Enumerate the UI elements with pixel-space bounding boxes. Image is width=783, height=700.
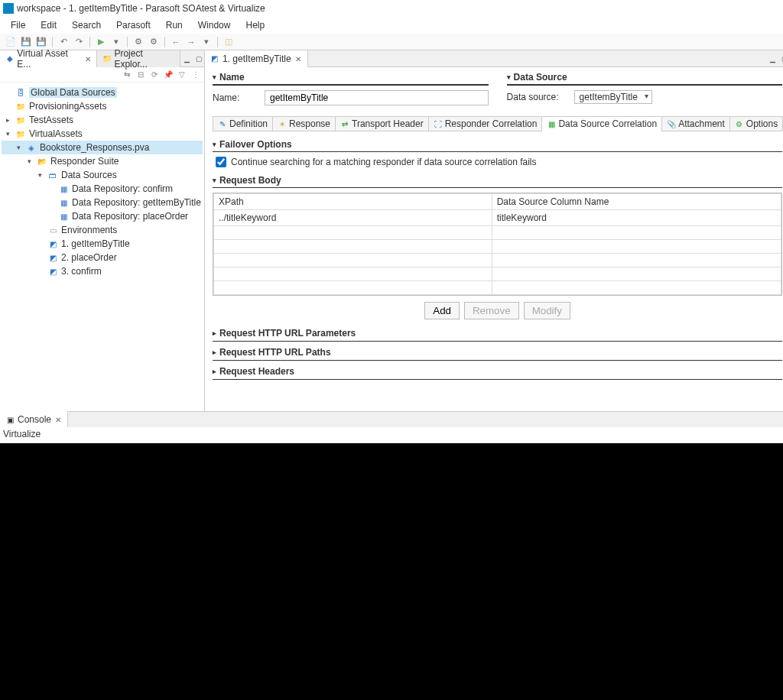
- tab-transport-header[interactable]: ⇄Transport Header: [335, 116, 429, 131]
- link-icon[interactable]: ⇆: [122, 70, 132, 80]
- menu-icon[interactable]: ⋮: [190, 70, 201, 80]
- tree-label: Data Sources: [61, 170, 117, 180]
- tool-icon-1[interactable]: ⚙: [132, 36, 145, 48]
- table-row[interactable]: [213, 267, 781, 281]
- dropdown-icon[interactable]: ▾: [110, 36, 122, 48]
- table-row[interactable]: [213, 281, 781, 295]
- new-icon[interactable]: 📄: [5, 36, 17, 48]
- tree-responder-2[interactable]: ◩ 2. placeOrder: [2, 251, 203, 264]
- responder-icon: ◩: [47, 252, 58, 263]
- perspective-icon[interactable]: ◫: [223, 36, 235, 48]
- responder-icon: ◩: [47, 238, 58, 249]
- tree-responder-suite[interactable]: ▾📂 Responder Suite: [2, 154, 203, 168]
- tree-responder-1[interactable]: ◩ 1. getItemByTitle: [2, 237, 203, 251]
- section-failover[interactable]: ▾ Failover Options: [213, 138, 782, 152]
- section-request-body[interactable]: ▾ Request Body: [213, 173, 782, 188]
- nav-fwd-icon[interactable]: →: [185, 36, 197, 48]
- tree-label: 1. getItemByTitle: [61, 238, 130, 249]
- modify-button[interactable]: Modify: [524, 302, 570, 319]
- table-row[interactable]: [213, 254, 781, 267]
- menu-help[interactable]: Help: [238, 18, 272, 32]
- table-row[interactable]: [213, 240, 781, 254]
- section-title: Request HTTP URL Parameters: [219, 328, 356, 339]
- collapse-all-icon[interactable]: ⊟: [135, 70, 146, 80]
- tree-responder-3[interactable]: ◩ 3. confirm: [2, 264, 203, 278]
- tab-response[interactable]: ✶Response: [272, 116, 336, 131]
- remove-button[interactable]: Remove: [464, 302, 519, 319]
- close-icon[interactable]: ✕: [55, 416, 63, 423]
- tree-repo-placeorder[interactable]: ▦ Data Repository: placeOrder: [2, 209, 203, 223]
- menu-parasoft[interactable]: Parasoft: [109, 18, 158, 32]
- tree-label: 3. confirm: [61, 266, 102, 277]
- menu-window[interactable]: Window: [190, 18, 239, 32]
- nav-back-icon[interactable]: ←: [170, 36, 182, 48]
- maximize-icon[interactable]: ▢: [779, 53, 783, 64]
- tree-label: Data Repository: getItemByTitle: [72, 197, 201, 208]
- redo-icon[interactable]: ↷: [73, 36, 85, 48]
- tree-test-assets[interactable]: ▸📁 TestAssets: [2, 113, 203, 127]
- table-row[interactable]: [213, 226, 781, 240]
- section-request-url-params[interactable]: ▸ Request HTTP URL Parameters: [213, 326, 782, 342]
- menu-edit[interactable]: Edit: [33, 18, 64, 32]
- folder-icon: 📁: [15, 101, 26, 112]
- xpath-table[interactable]: XPath Data Source Column Name ../titleKe…: [213, 193, 782, 296]
- table-row[interactable]: ../titleKeyword titleKeyword: [213, 210, 781, 226]
- undo-icon[interactable]: ↶: [57, 36, 70, 48]
- tree-label: Data Repository: confirm: [72, 183, 173, 194]
- tool-icon-2[interactable]: ⚙: [148, 36, 160, 48]
- config-tabs: ✎Definition ✶Response ⇄Transport Header …: [213, 116, 782, 131]
- save-all-icon[interactable]: 💾: [35, 36, 47, 48]
- section-name[interactable]: ▾ Name: [213, 70, 489, 86]
- tree-label: TestAssets: [29, 115, 73, 125]
- tab-definition[interactable]: ✎Definition: [213, 116, 273, 131]
- filter-icon[interactable]: ▽: [177, 70, 187, 80]
- menu-search[interactable]: Search: [64, 18, 109, 32]
- menu-file[interactable]: File: [3, 18, 33, 32]
- close-icon[interactable]: ✕: [295, 55, 303, 63]
- editor-tab-getitembytitle[interactable]: ◩ 1. getItemByTitle ✕: [205, 50, 308, 67]
- tab-responder-correlation[interactable]: ⛶Responder Correlation: [428, 116, 543, 131]
- virtual-asset-icon: ◆: [5, 53, 15, 64]
- tree-label: Bookstore_Responses.pva: [40, 142, 149, 153]
- tree-virtual-assets[interactable]: ▾📁 VirtualAssets: [2, 127, 203, 141]
- name-input[interactable]: [265, 90, 489, 105]
- close-icon[interactable]: ✕: [85, 55, 92, 63]
- tab-console[interactable]: ▣ Console ✕: [0, 411, 68, 428]
- tab-data-source-correlation[interactable]: ▦Data Source Correlation: [541, 116, 662, 131]
- tree-provisioning-assets[interactable]: 📁 ProvisioningAssets: [2, 99, 203, 113]
- data-source-select[interactable]: getItemByTitle: [574, 90, 652, 104]
- maximize-icon[interactable]: ▢: [194, 53, 204, 64]
- section-request-url-paths[interactable]: ▸ Request HTTP URL Paths: [213, 345, 782, 361]
- tree-repo-confirm[interactable]: ▦ Data Repository: confirm: [2, 182, 203, 196]
- tree-data-sources[interactable]: ▾🗃 Data Sources: [2, 168, 203, 182]
- tree-repo-getitembytitle[interactable]: ▦ Data Repository: getItemByTitle: [2, 196, 203, 209]
- minimize-icon[interactable]: ▁: [182, 53, 192, 64]
- run-icon[interactable]: ▶: [95, 36, 107, 48]
- tree-environments[interactable]: ▭ Environments: [2, 223, 203, 237]
- failover-label: Continue searching for a matching respon…: [231, 157, 537, 167]
- tab-virtual-asset-explorer[interactable]: ◆ Virtual Asset E... ✕: [0, 50, 97, 67]
- pin-icon[interactable]: 📌: [163, 70, 174, 80]
- save-icon[interactable]: 💾: [20, 36, 32, 48]
- tab-options[interactable]: ⚙Options: [729, 116, 783, 131]
- section-data-source[interactable]: ▾ Data Source: [507, 70, 783, 86]
- console-pane: ▣ Console ✕ Virtualize: [0, 411, 783, 443]
- nav-drop-icon[interactable]: ▾: [200, 36, 213, 48]
- cell-xpath: ../titleKeyword: [213, 210, 492, 226]
- failover-checkbox[interactable]: [216, 157, 226, 167]
- tree-label: Environments: [61, 225, 117, 235]
- options-icon: ⚙: [735, 119, 744, 128]
- tab-attachment[interactable]: 📎Attachment: [661, 116, 730, 131]
- tree-global-data-sources[interactable]: 🗄 Global Data Sources: [2, 86, 203, 99]
- minimize-icon[interactable]: ▁: [767, 53, 778, 64]
- main-area: ◆ Virtual Asset E... ✕ 📁 Project Explor.…: [0, 50, 783, 411]
- add-button[interactable]: Add: [424, 302, 460, 319]
- col-ds-column: Data Source Column Name: [492, 194, 781, 210]
- refresh-icon[interactable]: ⟳: [149, 70, 160, 80]
- tree-bookstore-responses[interactable]: ▾◈ Bookstore_Responses.pva: [2, 141, 203, 154]
- section-request-headers[interactable]: ▸ Request Headers: [213, 364, 782, 380]
- tab-project-explorer[interactable]: 📁 Project Explor...: [97, 50, 180, 67]
- response-icon: ✶: [278, 119, 287, 128]
- menu-run[interactable]: Run: [158, 18, 190, 32]
- titlebar: workspace - 1. getItemByTitle - Parasoft…: [0, 0, 783, 17]
